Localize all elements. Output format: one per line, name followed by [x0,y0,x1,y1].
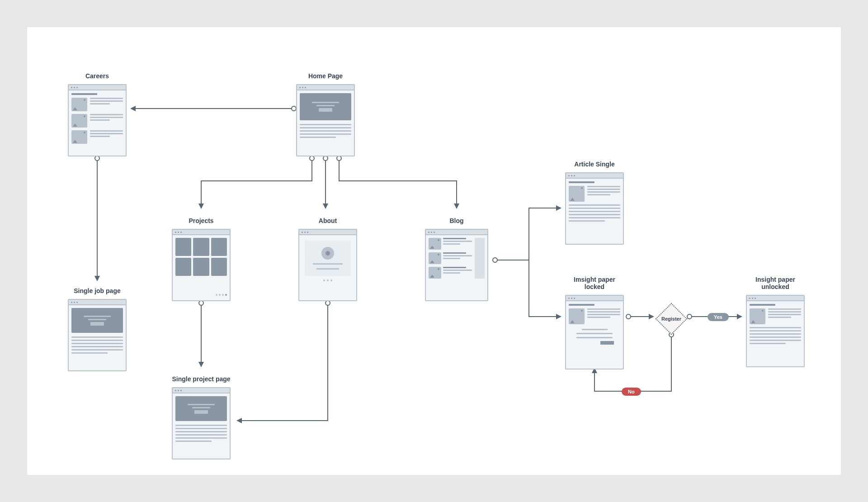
svg-point-6 [326,301,330,305]
wireframe-hero [172,387,231,459]
node-label: Blog [425,217,488,224]
svg-point-4 [337,156,341,161]
node-insight-unlocked[interactable]: Insight paper unlocked [746,276,805,367]
node-label: Single project page [172,375,231,383]
node-single-project[interactable]: Single project page [172,375,231,459]
node-label: About [298,217,357,224]
sitemap-canvas: Home Page Careers [27,27,841,475]
wireframe-article [565,172,624,245]
pill-yes: Yes [708,313,729,321]
wireframe-profile [298,229,357,301]
node-about[interactable]: About [298,217,357,301]
node-label: Single job page [68,287,127,294]
node-single-job[interactable]: Single job page [68,287,127,371]
svg-point-0 [292,106,296,111]
svg-point-9 [687,314,692,319]
node-article-single[interactable]: Article Single [565,161,624,245]
svg-point-8 [626,314,631,319]
node-label: Careers [68,72,127,80]
node-label: Insight paper unlocked [746,276,805,290]
wireframe-grid [172,229,231,301]
wireframe-blog [425,229,488,301]
wireframe-hero [296,84,355,156]
svg-point-2 [310,156,314,161]
decision-label: Register [661,316,681,322]
node-label: Home Page [296,72,355,80]
node-label: Projects [172,217,231,224]
wireframe-hero [68,299,127,371]
svg-point-5 [199,301,203,305]
node-careers[interactable]: Careers [68,72,127,156]
node-insight-locked[interactable]: Imsight paper locked [565,276,624,369]
wireframe-locked [565,295,624,369]
wireframe-list [68,84,127,156]
node-blog[interactable]: Blog [425,217,488,301]
svg-point-7 [493,258,497,262]
decision-register[interactable]: Register [656,303,687,335]
pill-no: No [622,388,641,396]
node-projects[interactable]: Projects [172,217,231,301]
wireframe-article [746,295,805,367]
node-label: Article Single [565,161,624,168]
svg-point-1 [95,156,99,161]
node-label: Imsight paper locked [565,276,624,290]
node-home-page[interactable]: Home Page [296,72,355,156]
svg-point-3 [323,156,328,161]
